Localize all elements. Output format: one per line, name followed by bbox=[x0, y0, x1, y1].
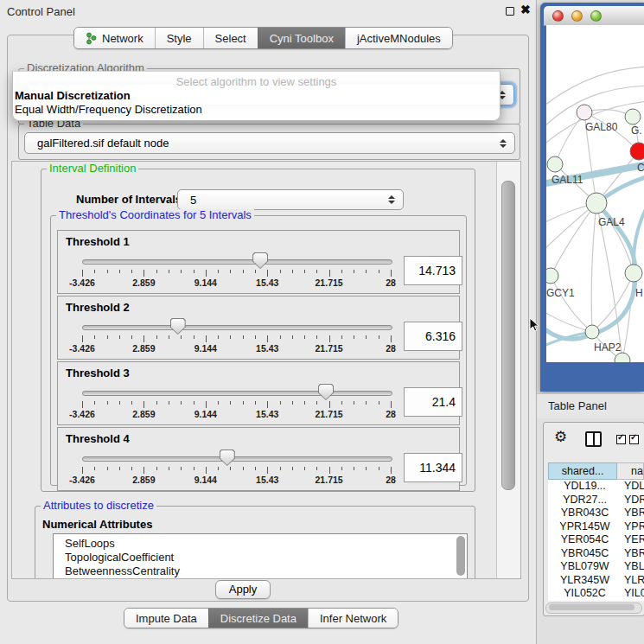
table-row[interactable]: YLR345WYLR3 bbox=[548, 574, 644, 588]
cell-name: YBL0 bbox=[622, 560, 644, 574]
tab-discretize-data[interactable]: Discretize Data bbox=[208, 609, 308, 628]
threshold-slider-track[interactable] bbox=[82, 391, 392, 396]
network-node[interactable] bbox=[625, 265, 642, 282]
scale-label: 21.715 bbox=[316, 409, 343, 419]
combo-arrows-icon bbox=[500, 139, 507, 148]
number-of-intervals-combobox[interactable]: 5 bbox=[177, 189, 404, 210]
checkbox-icon[interactable] bbox=[629, 435, 639, 444]
tick-mark bbox=[218, 335, 219, 339]
tab-network[interactable]: Network bbox=[74, 28, 155, 48]
attribute-item[interactable]: TopologicalCoefficient bbox=[54, 551, 467, 564]
columns-icon[interactable] bbox=[585, 431, 602, 447]
threshold-slider-handle[interactable] bbox=[170, 318, 186, 335]
table-row[interactable]: YBR045CYBR0 bbox=[548, 547, 644, 561]
network-node[interactable] bbox=[630, 143, 644, 160]
threshold-slider-handle[interactable] bbox=[252, 252, 268, 269]
checkbox-icon[interactable] bbox=[616, 435, 626, 444]
minimize-traffic-light-icon[interactable] bbox=[571, 10, 583, 22]
network-node[interactable] bbox=[585, 325, 599, 339]
close-traffic-light-icon[interactable] bbox=[552, 10, 564, 22]
tick-mark bbox=[341, 467, 342, 470]
tab-jactivemnodules[interactable]: jActiveMNodules bbox=[345, 28, 452, 48]
network-node[interactable] bbox=[577, 105, 592, 120]
tab-infer-network[interactable]: Infer Network bbox=[308, 609, 398, 628]
gear-icon[interactable]: ⚙ bbox=[554, 429, 567, 445]
tick-mark bbox=[292, 401, 293, 405]
tab-label: Select bbox=[215, 32, 246, 45]
network-node[interactable] bbox=[625, 109, 641, 124]
tick-mark bbox=[156, 335, 157, 339]
vertical-scrollbar-thumb[interactable] bbox=[501, 181, 515, 490]
network-node[interactable] bbox=[615, 353, 630, 362]
tick-mark bbox=[94, 467, 95, 470]
threshold-value-field[interactable]: 14.713 bbox=[404, 256, 462, 285]
table-row[interactable]: YDL19...YDL1 bbox=[548, 480, 644, 494]
tick-mark bbox=[94, 270, 95, 273]
algorithm-popup-hint: Select algorithm to view settings bbox=[13, 75, 500, 88]
tick-mark bbox=[292, 270, 293, 273]
cell-name: YLR3 bbox=[622, 574, 644, 588]
tab-cyni-toolbox[interactable]: Cyni Toolbox bbox=[258, 28, 345, 48]
cell-name: YIL0 bbox=[622, 587, 644, 601]
float-window-icon[interactable] bbox=[506, 7, 514, 16]
table-body: YDL19...YDL1YDR27...YDR2YBR043CYBR0YPR14… bbox=[548, 480, 644, 601]
column-header-name[interactable]: na bbox=[617, 462, 644, 480]
network-view-window[interactable]: GAL80G.CGAL11GAL4GCY1HHAP2 bbox=[540, 3, 644, 392]
cell-shared-name: YPR145W bbox=[548, 520, 622, 534]
attribute-item[interactable]: SelfLoops bbox=[54, 534, 467, 551]
table-row[interactable]: YBR043CYBR0 bbox=[548, 507, 644, 520]
scale-label: 15.43 bbox=[256, 277, 278, 288]
cell-shared-name: YBR045C bbox=[548, 547, 622, 561]
scale-label: 2.859 bbox=[132, 277, 155, 288]
vertical-scrollbar-track[interactable] bbox=[496, 162, 520, 578]
tick-mark bbox=[169, 335, 169, 339]
tab-select[interactable]: Select bbox=[203, 28, 258, 48]
scale-label: 15.43 bbox=[256, 409, 278, 419]
tab-label: Network bbox=[102, 32, 143, 45]
network-canvas[interactable]: GAL80G.CGAL11GAL4GCY1HHAP2 bbox=[546, 25, 644, 362]
table-row[interactable]: YER054CYER0 bbox=[548, 533, 644, 547]
threshold-slider-track[interactable] bbox=[82, 325, 392, 330]
tick-mark bbox=[366, 467, 367, 470]
scale-label: -3.426 bbox=[69, 475, 95, 485]
table-row[interactable]: YBL079WYBL0 bbox=[548, 560, 644, 574]
threshold-value-field[interactable]: 21.4 bbox=[404, 387, 462, 417]
tab-impute-data[interactable]: Impute Data bbox=[124, 609, 208, 628]
threshold-slider-handle[interactable] bbox=[220, 450, 235, 466]
network-node[interactable] bbox=[547, 156, 563, 172]
list-scrollbar-thumb[interactable] bbox=[456, 536, 465, 576]
tab-label: Discretize Data bbox=[220, 612, 296, 625]
horizontal-scrollbar-thumb[interactable] bbox=[549, 604, 634, 610]
network-node[interactable] bbox=[546, 268, 558, 284]
scale-label: 28 bbox=[386, 475, 396, 485]
settings-scroll-area: Interval Definition Number of Intervals … bbox=[11, 161, 521, 579]
zoom-traffic-light-icon[interactable] bbox=[590, 10, 602, 22]
tick-mark bbox=[292, 335, 293, 339]
algorithm-option[interactable]: Equal Width/Frequency Discretization bbox=[15, 103, 498, 117]
threshold-value-field[interactable]: 6.316 bbox=[404, 322, 462, 351]
table-row[interactable]: YDR27...YDR2 bbox=[548, 494, 644, 507]
apply-button[interactable]: Apply bbox=[215, 580, 271, 599]
attribute-item[interactable]: BetweennessCentrality bbox=[54, 564, 467, 578]
column-header-shared-name[interactable]: shared... bbox=[548, 462, 617, 480]
threshold-slider-track[interactable] bbox=[82, 259, 392, 265]
table-row[interactable]: YPR145WYPR1 bbox=[548, 520, 644, 534]
tab-style[interactable]: Style bbox=[155, 28, 203, 48]
close-icon[interactable]: ✖ bbox=[520, 3, 531, 16]
horizontal-scrollbar-track[interactable] bbox=[545, 603, 642, 614]
tick-mark bbox=[169, 467, 169, 470]
right-region: GAL80G.CGAL11GAL4GCY1HHAP2 Table Panel ⚙… bbox=[537, 0, 644, 644]
algorithm-option[interactable]: Manual Discretization bbox=[15, 89, 498, 103]
network-node[interactable] bbox=[586, 193, 607, 214]
threshold-slider-track[interactable] bbox=[82, 456, 392, 462]
combo-arrows-icon bbox=[388, 195, 395, 204]
cell-name: YBR0 bbox=[622, 547, 644, 561]
tab-label: Cyni Toolbox bbox=[270, 32, 334, 45]
table-data-combobox[interactable]: galFiltered.sif default node bbox=[24, 132, 515, 154]
tick-mark bbox=[156, 467, 157, 470]
threshold-slider-handle[interactable] bbox=[318, 384, 334, 400]
tick-mark bbox=[255, 335, 256, 339]
numerical-attributes-list[interactable]: SelfLoopsTopologicalCoefficientBetweenne… bbox=[53, 533, 468, 579]
threshold-value-field[interactable]: 11.344 bbox=[404, 453, 462, 482]
table-row[interactable]: YIL052CYIL0 bbox=[548, 587, 644, 601]
